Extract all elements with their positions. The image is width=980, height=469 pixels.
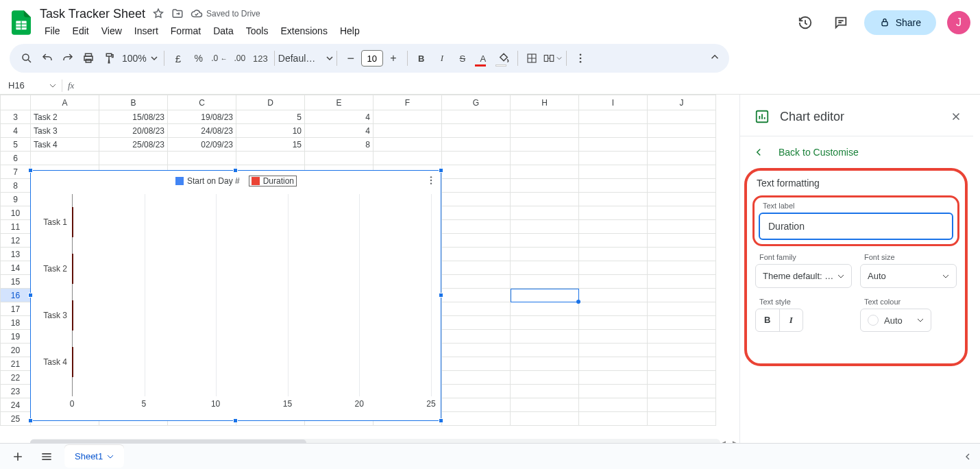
cell[interactable]	[511, 124, 579, 138]
col-header-F[interactable]: F	[373, 95, 442, 110]
cell[interactable]	[511, 316, 579, 330]
cell[interactable]	[648, 138, 716, 152]
cell[interactable]	[511, 220, 579, 234]
cell[interactable]	[511, 165, 579, 179]
cell[interactable]	[579, 193, 648, 206]
cell[interactable]: 25/08/23	[99, 138, 168, 152]
cell[interactable]	[511, 234, 579, 248]
col-header-D[interactable]: D	[236, 95, 305, 110]
cell[interactable]	[648, 179, 716, 193]
cell[interactable]	[442, 206, 511, 220]
cell[interactable]	[648, 357, 716, 371]
cell[interactable]	[99, 152, 168, 165]
cell[interactable]	[511, 371, 579, 385]
cell[interactable]: 5	[236, 110, 305, 124]
explore-collapse-icon[interactable]	[962, 451, 973, 462]
star-icon[interactable]	[152, 8, 164, 20]
merge-cells-button[interactable]	[542, 48, 563, 69]
fill-color-button[interactable]	[493, 48, 514, 69]
currency-button[interactable]: £	[168, 48, 188, 69]
row-header[interactable]: 6	[1, 152, 31, 165]
row-header[interactable]: 12	[1, 234, 31, 248]
increase-decimal-icon[interactable]: .00	[230, 48, 250, 69]
cell[interactable]	[442, 357, 511, 371]
cell[interactable]	[305, 152, 373, 165]
row-header[interactable]: 21	[1, 357, 31, 371]
font-size-select[interactable]: Auto	[860, 264, 957, 288]
row-header[interactable]: 14	[1, 261, 31, 275]
bold-button[interactable]: B	[411, 48, 432, 69]
chart-menu-icon[interactable]	[426, 175, 437, 186]
cell[interactable]	[648, 289, 716, 302]
menu-edit[interactable]: Edit	[68, 23, 94, 39]
menu-extensions[interactable]: Extensions	[275, 23, 332, 39]
cell[interactable]	[579, 316, 648, 330]
close-icon[interactable]	[950, 110, 962, 123]
cell[interactable]	[442, 193, 511, 206]
cell[interactable]	[442, 234, 511, 248]
col-header-H[interactable]: H	[511, 95, 579, 110]
font-family-select[interactable]: Theme default: …	[755, 264, 852, 288]
row-header[interactable]: 20	[1, 344, 31, 357]
cell[interactable]	[442, 412, 511, 426]
cell[interactable]	[579, 371, 648, 385]
cell[interactable]	[579, 302, 648, 316]
bold-toggle[interactable]: B	[756, 309, 779, 331]
history-icon[interactable]	[793, 10, 818, 35]
row-header[interactable]: 16	[1, 289, 31, 302]
cell[interactable]	[579, 138, 648, 152]
cell[interactable]: 10	[236, 124, 305, 138]
cell[interactable]	[511, 302, 579, 316]
print-icon[interactable]	[78, 48, 99, 69]
cell[interactable]	[648, 206, 716, 220]
cell[interactable]	[511, 385, 579, 398]
cell[interactable]	[168, 152, 236, 165]
cell[interactable]: Task 4	[31, 138, 99, 152]
cell[interactable]	[442, 152, 511, 165]
cell[interactable]: 15	[236, 138, 305, 152]
more-toolbar-icon[interactable]	[570, 48, 591, 69]
cell[interactable]	[579, 330, 648, 344]
cell[interactable]: Task 3	[31, 124, 99, 138]
borders-button[interactable]	[522, 48, 542, 69]
text-label-input[interactable]	[759, 213, 953, 240]
cell[interactable]	[511, 275, 579, 289]
cell[interactable]	[511, 261, 579, 275]
cell[interactable]	[579, 275, 648, 289]
zoom-select[interactable]: 100%	[119, 53, 160, 64]
row-header[interactable]: 19	[1, 330, 31, 344]
chart-legend[interactable]: Start on Day # Duration	[31, 171, 441, 189]
italic-button[interactable]: I	[432, 48, 452, 69]
italic-toggle[interactable]: I	[779, 309, 803, 331]
cell[interactable]	[373, 152, 442, 165]
col-header-I[interactable]: I	[579, 95, 648, 110]
cell[interactable]	[648, 234, 716, 248]
col-header-G[interactable]: G	[442, 95, 511, 110]
cell[interactable]	[648, 371, 716, 385]
strikethrough-button[interactable]: S	[452, 48, 473, 69]
cell[interactable]	[442, 330, 511, 344]
cell[interactable]	[579, 357, 648, 371]
row-header[interactable]: 15	[1, 275, 31, 289]
cell[interactable]	[648, 165, 716, 179]
cell[interactable]	[648, 385, 716, 398]
cell[interactable]	[442, 248, 511, 261]
cell[interactable]	[579, 412, 648, 426]
chevron-down-icon[interactable]	[107, 453, 114, 460]
cell[interactable]	[511, 206, 579, 220]
col-header-J[interactable]: J	[648, 95, 716, 110]
cell[interactable]	[373, 138, 442, 152]
col-header-A[interactable]: A	[31, 95, 99, 110]
format-123-button[interactable]: 123	[250, 48, 271, 69]
cell[interactable]	[648, 275, 716, 289]
cell[interactable]	[648, 110, 716, 124]
all-sheets-button[interactable]	[36, 446, 58, 468]
cell[interactable]	[442, 289, 511, 302]
cell[interactable]	[648, 412, 716, 426]
cell[interactable]	[442, 261, 511, 275]
cell[interactable]	[31, 152, 99, 165]
select-all-corner[interactable]	[1, 95, 31, 110]
cell[interactable]	[511, 152, 579, 165]
cell[interactable]	[579, 385, 648, 398]
menu-data[interactable]: Data	[208, 23, 238, 39]
